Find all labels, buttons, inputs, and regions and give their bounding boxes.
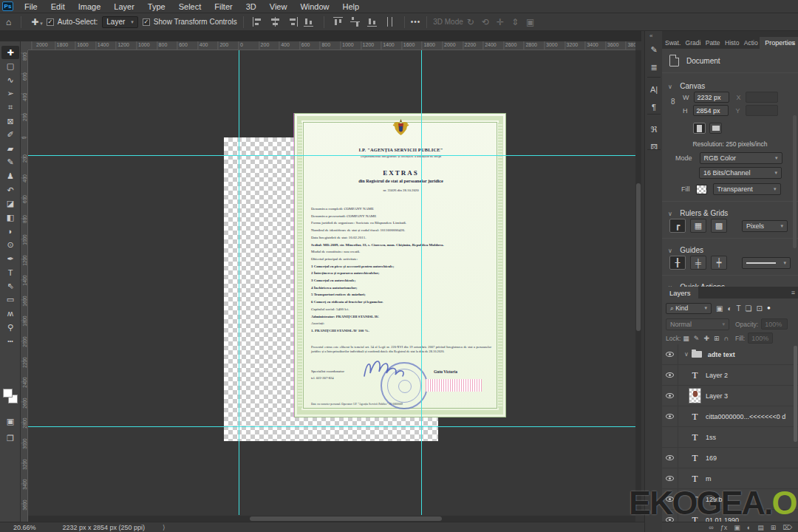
orientation-landscape-button[interactable] xyxy=(709,123,722,134)
menu-view[interactable]: View xyxy=(263,0,294,13)
glyphs-icon[interactable]: ℜ xyxy=(647,123,661,136)
layer-row[interactable]: Tcitta0000000...<<<<<<<0 d xyxy=(662,406,798,427)
align-left-edges-icon[interactable] xyxy=(253,17,264,27)
layer-visibility-toggle[interactable] xyxy=(662,427,678,448)
filter-type-layers-icon[interactable]: T xyxy=(737,304,741,313)
panel-menu-icon[interactable]: ≡ xyxy=(791,39,795,47)
layer-visibility-toggle[interactable] xyxy=(662,365,678,386)
distribute-top-edges-icon[interactable] xyxy=(333,17,344,27)
canvas-height-field[interactable]: 2854 px xyxy=(693,105,729,116)
status-options-arrow[interactable]: ⟩ xyxy=(163,524,166,531)
ruler-top[interactable]: 2000180016001400120010008006004002000200… xyxy=(21,41,635,50)
vertical-guide[interactable] xyxy=(421,50,422,515)
type-tool[interactable]: T xyxy=(1,266,19,279)
orientation-portrait-button[interactable] xyxy=(693,123,706,134)
filter-pixel-layers-icon[interactable]: ▣ xyxy=(716,304,723,313)
toggle-grid-button[interactable]: ▦ xyxy=(690,219,706,233)
screen-mode-button[interactable]: ❐ xyxy=(1,432,19,445)
menu-filter[interactable]: Filter xyxy=(208,0,239,13)
layer-visibility-toggle[interactable] xyxy=(662,386,678,406)
ruler-corner[interactable] xyxy=(21,41,28,50)
horizontal-guide[interactable] xyxy=(28,426,635,427)
fill-dropdown[interactable]: Transparent▾ xyxy=(713,183,781,195)
layer-row[interactable]: ∨adte text xyxy=(662,344,798,365)
menu-file[interactable]: File xyxy=(18,0,44,13)
horizontal-guide[interactable] xyxy=(28,155,635,156)
vertical-guide[interactable] xyxy=(239,50,239,515)
canvas-x-field[interactable] xyxy=(746,92,778,103)
lasso-tool[interactable]: ∿ xyxy=(1,73,19,86)
clone-stamp-tool[interactable]: ♟ xyxy=(1,169,19,183)
lock-all-icon[interactable]: ∩ xyxy=(723,335,728,342)
tab-patte[interactable]: Patte xyxy=(703,37,722,49)
layer-row[interactable]: Layer 3 xyxy=(662,386,798,406)
blur-tool[interactable]: ◗ xyxy=(1,225,19,238)
layers-scrollbar[interactable] xyxy=(794,346,797,442)
layer-row[interactable]: T169 xyxy=(662,448,798,468)
new-group-icon[interactable]: ▤ xyxy=(757,524,764,531)
ruler-left[interactable]: 8006004002000200400600800100012001400160… xyxy=(21,50,28,522)
history-brush-tool[interactable]: ↶ xyxy=(1,183,19,197)
zoom-level-field[interactable]: 20.66% xyxy=(13,524,36,531)
canvas-y-field[interactable] xyxy=(746,105,778,116)
menu-window[interactable]: Window xyxy=(293,0,335,13)
crop-tool[interactable]: ⌗ xyxy=(1,100,19,114)
character-icon[interactable]: A| xyxy=(647,83,661,96)
photoshop-logo-icon[interactable]: Ps xyxy=(2,1,13,11)
menu-select[interactable]: Select xyxy=(172,0,208,13)
brush-tool[interactable]: ✎ xyxy=(1,156,19,169)
auto-select-target-dropdown[interactable]: Layer ▾ xyxy=(102,16,138,28)
eraser-tool[interactable]: ◪ xyxy=(1,197,19,211)
dodge-tool[interactable]: ⊙ xyxy=(1,238,19,251)
bit-depth-dropdown[interactable]: 16 Bits/Channel▾ xyxy=(699,167,782,179)
adjustment-layer-icon[interactable]: ◐ xyxy=(747,524,751,531)
more-options-button[interactable]: ••• xyxy=(411,18,421,26)
new-layer-icon[interactable]: ⊞ xyxy=(771,524,777,531)
libraries-icon[interactable]: ⚄ xyxy=(647,140,661,154)
lock-position-icon[interactable]: ✚ xyxy=(703,335,709,342)
tab-histo[interactable]: Histo xyxy=(722,37,741,49)
distribute-horizontal-icon[interactable] xyxy=(384,17,395,27)
toggle-rulers-button[interactable]: ┏ xyxy=(669,219,686,233)
menu-image[interactable]: Image xyxy=(72,0,108,13)
filter-adjustment-layers-icon[interactable]: ◐ xyxy=(727,304,732,313)
group-expand-caret-icon[interactable]: ∨ xyxy=(684,351,689,358)
move-tool-preset-icon[interactable]: ✚▾ xyxy=(31,17,43,27)
menu-edit[interactable]: Edit xyxy=(44,0,72,13)
scrollbar-thumb[interactable] xyxy=(636,183,641,331)
tab-layers[interactable]: Layers xyxy=(662,287,698,299)
move-tool[interactable]: ✚ xyxy=(1,46,19,59)
filter-smart-objects-icon[interactable]: ⊡ xyxy=(757,304,763,313)
layer-mask-icon[interactable]: ▣ xyxy=(734,524,740,531)
foreground-color-swatch[interactable] xyxy=(3,389,13,398)
lock-pixels-icon[interactable]: ✎ xyxy=(694,335,700,342)
expand-panels-icon[interactable]: « xyxy=(649,33,652,39)
gradient-tool[interactable]: ◧ xyxy=(1,211,19,224)
align-horizontal-centers-icon[interactable] xyxy=(270,17,281,27)
layers-panel-menu-icon[interactable]: ≡ xyxy=(791,289,795,296)
edit-toolbar[interactable]: ••• xyxy=(1,335,19,348)
link-layers-icon[interactable]: ∞ xyxy=(709,524,713,531)
layer-row[interactable]: T1ss xyxy=(662,427,798,448)
layer-visibility-toggle[interactable] xyxy=(662,448,678,468)
layer-visibility-toggle[interactable] xyxy=(662,406,678,427)
layer-effects-icon[interactable]: ƒx xyxy=(720,524,728,531)
filter-toggle-icon[interactable]: ● xyxy=(767,304,771,313)
filter-shape-layers-icon[interactable]: ❏ xyxy=(746,304,752,313)
align-top-edges-icon[interactable] xyxy=(304,17,315,27)
delete-layer-icon[interactable]: ⌦ xyxy=(782,524,792,531)
adjust-sliders-icon[interactable]: ≣ xyxy=(647,61,661,74)
path-selection-tool[interactable]: ⇖ xyxy=(1,279,19,293)
hand-tool[interactable]: ʍ xyxy=(1,307,19,320)
layer-thumbnail[interactable] xyxy=(689,388,701,403)
object-selection-tool[interactable]: ➢ xyxy=(1,87,19,100)
opacity-field[interactable]: 100% xyxy=(761,318,788,330)
menu-help[interactable]: Help xyxy=(336,0,366,13)
align-right-edges-icon[interactable] xyxy=(287,17,298,27)
guide-style-dropdown[interactable]: ▾ xyxy=(742,257,791,269)
zoom-tool[interactable]: ⚲ xyxy=(1,321,19,334)
toggle-snap-button[interactable]: ▩ xyxy=(711,219,727,233)
home-icon[interactable]: ⌂ xyxy=(6,17,11,27)
distribute-vertical-centers-icon[interactable] xyxy=(350,17,361,27)
toggle-guides-button[interactable]: ╂ xyxy=(669,256,686,270)
